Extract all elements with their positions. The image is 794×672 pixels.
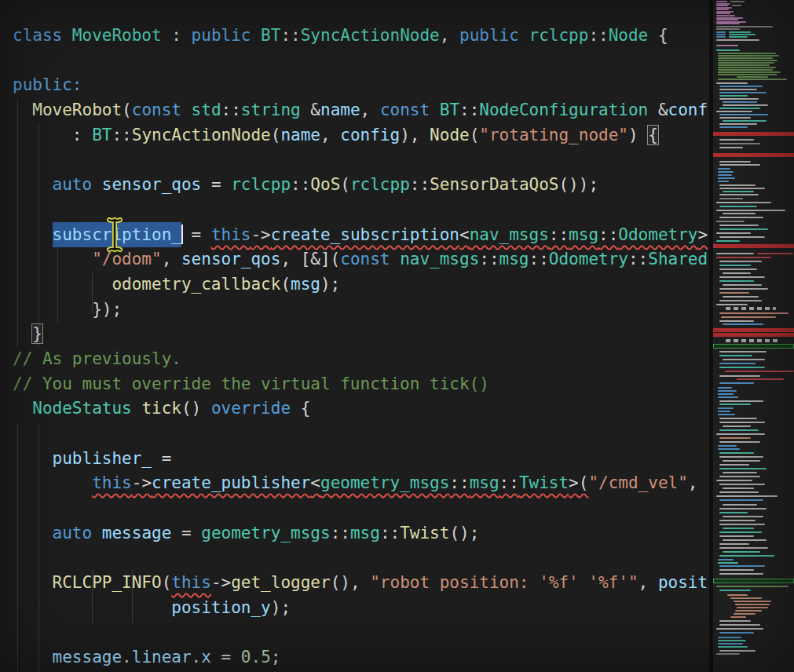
code-token: ; — [271, 648, 281, 667]
code-line[interactable]: }); — [13, 298, 711, 323]
code-line[interactable]: message.linear.x = 0.5; — [13, 645, 711, 670]
code-token: : — [13, 126, 92, 144]
minimap-line — [719, 89, 757, 90]
code-line[interactable] — [13, 148, 711, 173]
minimap-line — [719, 265, 751, 266]
minimap-line — [719, 418, 757, 419]
code-token — [92, 175, 102, 194]
code-line[interactable]: auto sensor_qos = rclcpp::QoS(rclcpp::Se… — [13, 173, 711, 198]
code-token: < — [310, 473, 320, 492]
code-line[interactable]: class MoveRobot : public BT::SyncActionN… — [13, 24, 711, 49]
code-token: -> — [211, 573, 231, 592]
minimap-line — [735, 604, 770, 605]
minimap-line — [718, 407, 734, 409]
minimap-line — [719, 452, 754, 454]
minimap-line — [718, 171, 734, 173]
minimap-line — [719, 225, 759, 226]
code-token — [132, 399, 142, 418]
code-token: BT — [261, 26, 280, 45]
code-token: create_publisher — [152, 473, 310, 492]
code-line[interactable] — [13, 49, 711, 74]
minimap-line — [718, 643, 743, 645]
minimap-line — [716, 240, 740, 242]
minimap-line — [716, 19, 738, 20]
code-token: , — [688, 473, 698, 492]
minimap-line — [719, 422, 765, 423]
code-line[interactable]: this->create_publisher<geometry_msgs::ms… — [13, 471, 711, 496]
code-editor[interactable]: class MoveRobot : public BT::SyncActionN… — [0, 0, 711, 672]
minimap-line — [718, 445, 737, 447]
code-token: "robot position: '%f' '%f'" — [370, 573, 638, 592]
minimap-line — [718, 640, 746, 641]
minimap-line — [716, 221, 745, 222]
code-line[interactable]: publisher_ = — [13, 447, 711, 472]
code-token: sensor_qos — [181, 250, 280, 268]
minimap-line — [716, 586, 789, 587]
code-token: NodeStatus — [32, 399, 131, 418]
minimap-line — [719, 98, 759, 100]
minimap-line — [716, 5, 728, 6]
minimap-line — [716, 232, 751, 234]
code-token — [519, 26, 529, 45]
code-token: :: — [449, 473, 469, 492]
code-line[interactable]: // You must override the virtual functio… — [13, 372, 711, 397]
code-line[interactable]: RCLCPP_INFO(this->get_logger(), "robot p… — [13, 571, 711, 596]
code-token: const — [380, 100, 440, 119]
code-line[interactable]: position_y); — [13, 596, 711, 621]
code-line[interactable]: } — [13, 322, 711, 347]
minimap-line — [737, 607, 768, 608]
minimap-line — [716, 39, 759, 41]
minimap-line — [723, 528, 754, 529]
code-token: rclcpp — [529, 26, 589, 45]
minimap-line — [718, 79, 787, 80]
minimap-line — [716, 31, 726, 33]
code-token — [92, 524, 102, 542]
minimap-line — [718, 637, 741, 638]
minimap-line — [723, 359, 765, 360]
minimap-line — [723, 101, 757, 103]
minimap-line — [719, 632, 754, 634]
code-line[interactable]: : BT::SyncActionNode(name, config), Node… — [13, 123, 711, 148]
code-line[interactable]: subscription_ = this->create_subscriptio… — [13, 223, 711, 248]
minimap-line — [716, 433, 765, 435]
minimap-line — [737, 76, 768, 78]
code-line[interactable] — [13, 546, 711, 571]
code-line[interactable] — [13, 198, 711, 223]
code-token: Shared — [648, 250, 708, 268]
code-line[interactable]: // As previously. — [13, 347, 711, 372]
code-token: , — [162, 250, 181, 268]
code-line[interactable] — [13, 496, 711, 521]
minimap-line — [716, 9, 729, 10]
minimap[interactable] — [713, 0, 794, 672]
code-token: BT — [92, 126, 112, 144]
minimap-line — [716, 202, 771, 203]
code-token: get_logger — [231, 573, 330, 592]
code-line[interactable]: "/odom", sensor_qos, [&](const nav_msgs:… — [13, 247, 711, 272]
code-line[interactable]: NodeStatus tick() override { — [13, 396, 711, 422]
code-line[interactable]: auto message = geometry_msgs::msg::Twist… — [13, 521, 711, 546]
code-token: :: — [588, 26, 608, 45]
minimap-line — [716, 34, 726, 35]
code-token: :: — [221, 100, 241, 119]
code-token: ( — [122, 100, 132, 119]
code-lines[interactable]: class MoveRobot : public BT::SyncActionN… — [0, 0, 711, 670]
code-token: QoS — [310, 175, 340, 194]
minimap-line — [719, 217, 763, 218]
code-line[interactable] — [13, 422, 711, 447]
minimap-line — [719, 363, 756, 364]
minimap-line — [729, 36, 748, 38]
code-token: & — [301, 100, 320, 119]
code-line[interactable]: public: — [13, 73, 711, 98]
code-token: std — [192, 100, 221, 119]
code-token: SensorDataQoS — [430, 175, 558, 194]
minimap-line — [718, 177, 735, 179]
code-line[interactable]: MoveRobot(const std::string &name, const… — [13, 98, 711, 123]
code-line[interactable]: odometry_callback(msg); — [13, 272, 711, 298]
code-token: config — [340, 126, 400, 144]
code-token: linear — [132, 648, 192, 667]
minimap-line — [719, 484, 765, 485]
minimap-line — [718, 71, 781, 73]
code-line[interactable] — [13, 621, 711, 646]
minimap-line — [716, 36, 726, 38]
code-token: ) — [628, 126, 648, 144]
